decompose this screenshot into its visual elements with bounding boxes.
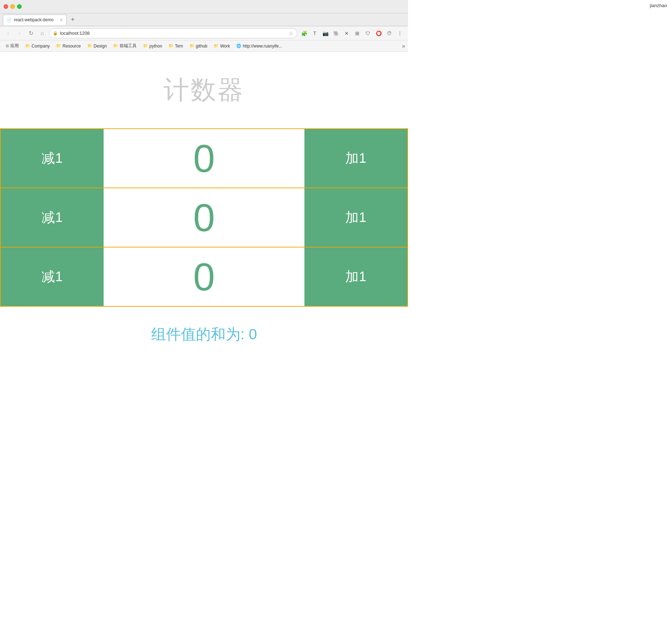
- close-icon[interactable]: ✕: [342, 29, 351, 38]
- evernote-icon[interactable]: 🐘: [331, 29, 341, 38]
- screenshot-icon[interactable]: 📷: [321, 29, 330, 38]
- tab-bar: 📄 react-webpack-demo × +: [0, 13, 408, 26]
- home-button[interactable]: ⌂: [38, 29, 47, 38]
- bookmark-item[interactable]: 📁Work: [211, 43, 233, 50]
- bookmark-item[interactable]: 📁Design: [84, 43, 110, 50]
- title-bar: jianzhao: [0, 0, 408, 13]
- bookmark-item[interactable]: 📁前端工具: [110, 42, 139, 50]
- folder-icon: 📁: [56, 44, 61, 48]
- increment-button[interactable]: 加1: [304, 129, 407, 188]
- privacy-icon[interactable]: ⭕: [374, 29, 383, 38]
- bookmark-label: 前端工具: [120, 43, 137, 49]
- lock-icon: 🔒: [53, 31, 58, 35]
- counter-value-cell: 0: [104, 188, 304, 247]
- counter-value-cell: 0: [104, 129, 304, 188]
- bookmark-item[interactable]: 📁github: [187, 43, 210, 50]
- reload-button[interactable]: ↻: [26, 29, 35, 38]
- menu-icon[interactable]: ⋮: [395, 29, 404, 38]
- address-input-wrap: 🔒 ☆: [49, 28, 297, 38]
- folder-icon: 📁: [214, 44, 219, 48]
- decrement-button[interactable]: 减1: [1, 129, 104, 188]
- decrement-button[interactable]: 减1: [1, 188, 104, 247]
- bookmark-label: python: [149, 44, 162, 49]
- bookmark-item[interactable]: 📁Company: [22, 43, 53, 50]
- folder-icon: 📁: [87, 44, 92, 48]
- bookmark-star-icon[interactable]: ☆: [289, 30, 293, 36]
- ublock-icon[interactable]: 🛡: [363, 29, 373, 38]
- address-input[interactable]: [60, 30, 287, 36]
- increment-button[interactable]: 加1: [304, 247, 407, 306]
- back-button[interactable]: ‹: [4, 29, 13, 38]
- tab-close-icon[interactable]: ×: [60, 17, 63, 23]
- active-tab[interactable]: 📄 react-webpack-demo ×: [3, 15, 67, 25]
- folder-icon: 📁: [189, 44, 194, 48]
- tab-title: react-webpack-demo: [14, 17, 58, 22]
- page-title: 计数器: [164, 73, 244, 107]
- counter-row: 减10加1: [1, 188, 407, 247]
- counter-table: 减10加1减10加1减10加1: [0, 128, 408, 307]
- folder-icon: 📁: [113, 44, 118, 48]
- bookmarks-bar: ⊞应用📁Company📁Resource📁Design📁前端工具📁python📁…: [0, 40, 408, 52]
- counter-value-cell: 0: [104, 247, 304, 306]
- bookmark-item[interactable]: 📁Resource: [53, 43, 83, 50]
- bookmark-label: Tem: [175, 44, 183, 49]
- folder-icon: ⊞: [6, 44, 9, 48]
- qr-icon[interactable]: ⊞: [353, 29, 362, 38]
- forward-button[interactable]: ›: [15, 29, 24, 38]
- counter-value: 0: [193, 257, 215, 296]
- tab-favicon-icon: 📄: [7, 18, 12, 22]
- extensions-icon[interactable]: 🧩: [299, 29, 309, 38]
- bookmarks-more-button[interactable]: »: [402, 43, 405, 49]
- decrement-button[interactable]: 减1: [1, 247, 104, 306]
- counter-value: 0: [193, 139, 215, 178]
- bookmark-label: http://www.ruanyife...: [243, 44, 282, 49]
- translate-icon[interactable]: T: [310, 29, 319, 38]
- lastpass-icon[interactable]: ⏱: [385, 29, 394, 38]
- bookmark-label: Work: [220, 44, 230, 49]
- address-bar: ‹ › ↻ ⌂ 🔒 ☆ 🧩 T 📷 🐘 ✕ ⊞ 🛡 ⭕ ⏱ ⋮: [0, 26, 408, 40]
- increment-button[interactable]: 加1: [304, 188, 407, 247]
- folder-icon: 📁: [25, 44, 30, 48]
- page-content: 计数器 减10加1减10加1减10加1 组件值的和为: 0: [0, 52, 408, 358]
- toolbar-icons: 🧩 T 📷 🐘 ✕ ⊞ 🛡 ⭕ ⏱ ⋮: [299, 29, 404, 38]
- bookmark-item[interactable]: 📁python: [140, 43, 165, 50]
- folder-icon: 📁: [169, 44, 173, 48]
- counter-row: 减10加1: [1, 129, 407, 188]
- bookmark-label: Design: [94, 44, 107, 49]
- bookmark-item[interactable]: ⊞应用: [3, 42, 22, 50]
- minimize-window-button[interactable]: [10, 4, 15, 9]
- new-tab-button[interactable]: +: [68, 15, 77, 24]
- bookmark-label: 应用: [10, 43, 19, 49]
- counter-value: 0: [193, 198, 215, 237]
- folder-icon: 📁: [143, 44, 148, 48]
- bookmark-label: Resource: [62, 44, 81, 49]
- fullscreen-window-button[interactable]: [17, 4, 22, 9]
- traffic-lights: [4, 4, 22, 9]
- bookmark-label: Company: [32, 44, 50, 49]
- bookmark-item[interactable]: 🌐http://www.ruanyife...: [233, 43, 285, 50]
- folder-icon: 🌐: [236, 44, 241, 48]
- bookmark-item[interactable]: 📁Tem: [166, 43, 186, 50]
- sum-line: 组件值的和为: 0: [151, 324, 257, 344]
- close-window-button[interactable]: [4, 4, 8, 9]
- counter-row: 减10加1: [1, 247, 407, 306]
- bookmark-label: github: [196, 44, 208, 49]
